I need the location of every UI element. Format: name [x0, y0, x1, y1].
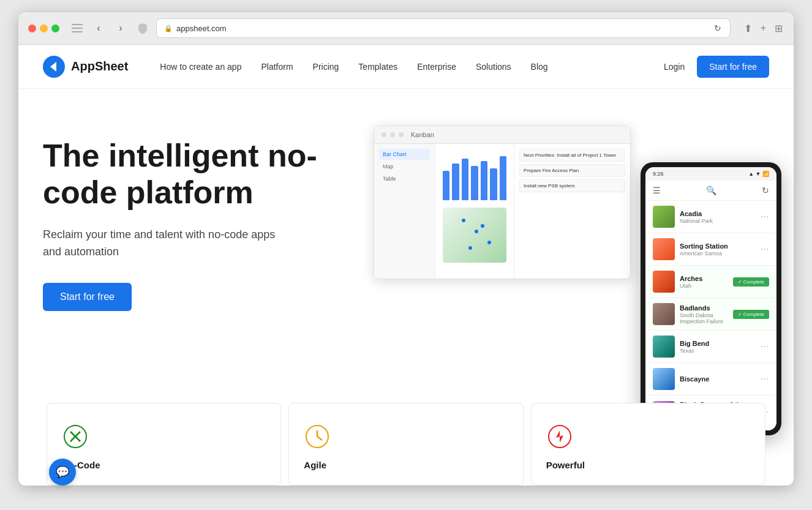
screenshot-title: Kanban: [411, 131, 434, 138]
browser-window: ‹ › 🔒 appsheet.com ↻ ⬆ + ⊞: [18, 12, 794, 486]
hero-section: The intelligent no-code platform Reclaim…: [18, 89, 794, 486]
screenshot-body: Bar Chart Map Table: [374, 144, 630, 279]
list-item-title: Biscayne: [680, 375, 756, 383]
mobile-list: Acadia National Park ⋯ Sorting Station: [645, 201, 776, 430]
no-code-icon: [62, 423, 89, 450]
list-item-menu-icon[interactable]: ⋯: [761, 244, 769, 254]
traffic-lights: [28, 24, 59, 32]
list-item-thumb: [653, 206, 675, 228]
close-button[interactable]: [28, 24, 36, 32]
tab-grid-button[interactable]: ⊞: [773, 21, 784, 36]
refresh-button[interactable]: ↻: [713, 22, 723, 34]
screenshot-header: Kanban: [374, 126, 630, 144]
screenshot-sidebar-item-1: Bar Chart: [379, 149, 430, 160]
nav-blog[interactable]: Blog: [524, 57, 555, 77]
list-item-info: Biscayne: [680, 375, 756, 383]
feature-card-no-code: No-Code: [47, 403, 281, 486]
screenshot-dot-2: [390, 132, 395, 137]
list-item-menu-icon[interactable]: ⋯: [761, 212, 769, 222]
nav-enterprise[interactable]: Enterprise: [410, 57, 464, 77]
feature-label-powerful: Powerful: [546, 460, 750, 470]
maximize-button[interactable]: [51, 24, 59, 32]
list-item: Badlands South Dakota Inspection Failure…: [645, 298, 776, 331]
browser-actions: ⬆ + ⊞: [743, 21, 784, 36]
list-item-action-button[interactable]: ✓ Complete: [733, 277, 769, 287]
new-tab-button[interactable]: +: [759, 21, 767, 35]
mobile-menu-icon[interactable]: ☰: [653, 186, 661, 195]
sidebar-toggle[interactable]: [72, 24, 83, 32]
nav-how-to-create[interactable]: How to create an app: [152, 57, 249, 77]
feature-label-agile: Agile: [304, 460, 508, 470]
url-text: appsheet.com: [176, 24, 709, 33]
mobile-refresh-icon[interactable]: ↻: [762, 186, 769, 195]
site-nav: How to create an app Platform Pricing Te…: [152, 57, 661, 77]
map-dot-4: [481, 224, 484, 228]
chat-bubble-button[interactable]: 💬: [49, 459, 76, 486]
map-dot-3: [487, 241, 491, 244]
nav-templates[interactable]: Templates: [351, 57, 405, 77]
browser-toolbar: ‹ › 🔒 appsheet.com ↻ ⬆ + ⊞: [18, 12, 794, 45]
chart-bar: [462, 159, 468, 200]
lock-icon: 🔒: [164, 24, 173, 32]
list-item-info: Big Bend Texas: [680, 339, 756, 354]
list-item-thumb: [653, 368, 675, 390]
login-button[interactable]: Login: [661, 57, 687, 77]
list-item-subtitle: South Dakota Inspection Failure: [680, 312, 728, 324]
list-item: Biscayne ⋯: [645, 363, 776, 396]
chart-bar: [471, 166, 478, 200]
chart-bar: [443, 171, 449, 200]
screenshot-sidebar: Bar Chart Map Table: [374, 144, 435, 279]
list-item-title: Badlands: [680, 304, 728, 312]
list-item-info: Arches Utah: [680, 274, 728, 289]
list-item-title: Arches: [680, 274, 728, 283]
hero-cta-button[interactable]: Start for free: [43, 283, 132, 311]
list-item: Big Bend Texas ⋯: [645, 331, 776, 363]
desktop-screenshot: Kanban Bar Chart Map Table: [374, 126, 631, 279]
list-item-thumb: [653, 238, 675, 260]
feature-card-powerful: Powerful: [531, 403, 765, 486]
nav-actions: Login Start for free: [661, 56, 769, 78]
map-dot-2: [475, 230, 478, 233]
list-item-title: Sorting Station: [680, 242, 756, 250]
website-content: AppSheet How to create an app Platform P…: [18, 45, 794, 486]
header-start-free-button[interactable]: Start for free: [697, 56, 769, 78]
svg-line-6: [317, 437, 322, 440]
share-button[interactable]: ⬆: [743, 21, 753, 36]
list-item-title: Acadia: [680, 209, 756, 218]
minimize-button[interactable]: [40, 24, 48, 32]
back-button[interactable]: ‹: [90, 20, 107, 37]
list-item-thumb: [653, 303, 675, 325]
screenshot-dot-1: [382, 132, 386, 137]
list-item-thumb: [653, 271, 675, 293]
map-dot-5: [468, 246, 472, 250]
agile-icon: [304, 423, 331, 450]
logo-container[interactable]: AppSheet: [43, 56, 128, 78]
nav-buttons: ‹ ›: [90, 20, 129, 37]
list-item-title: Big Bend: [680, 339, 756, 348]
screenshot-kanban: Next Priorities: Install all of Project …: [514, 144, 630, 279]
mobile-search-icon[interactable]: 🔍: [706, 186, 716, 195]
hero-title: The intelligent no-code platform: [43, 138, 349, 211]
chart-bar: [500, 156, 506, 200]
screenshot-sidebar-item-2: Map: [379, 161, 430, 172]
chart-area: [443, 151, 506, 200]
list-item-menu-icon[interactable]: ⋯: [761, 374, 769, 384]
forward-button[interactable]: ›: [112, 20, 129, 37]
list-item-info: Sorting Station American Samoa: [680, 242, 756, 257]
mobile-nav-bar: ☰ 🔍 ↻: [645, 181, 776, 201]
list-item-menu-icon[interactable]: ⋯: [761, 342, 769, 351]
mobile-screen: 9:26 ▲ ▼ 📶 ☰ 🔍 ↻: [645, 167, 776, 430]
address-bar[interactable]: 🔒 appsheet.com ↻: [156, 18, 731, 38]
hero-subtitle: Reclaim your time and talent with no-cod…: [43, 226, 276, 261]
list-item-action-button[interactable]: ✓ Complete: [733, 310, 769, 319]
mobile-screenshot: 9:26 ▲ ▼ 📶 ☰ 🔍 ↻: [641, 162, 781, 435]
nav-solutions[interactable]: Solutions: [468, 57, 519, 77]
list-item-subtitle: Texas: [680, 348, 756, 354]
nav-platform[interactable]: Platform: [254, 57, 300, 77]
list-item-subtitle: American Samoa: [680, 250, 756, 257]
powerful-icon: [546, 423, 573, 450]
nav-pricing[interactable]: Pricing: [306, 57, 347, 77]
list-item-thumb: [653, 336, 675, 358]
list-item: Sorting Station American Samoa ⋯: [645, 233, 776, 266]
mobile-signal: ▲ ▼ 📶: [748, 171, 769, 177]
